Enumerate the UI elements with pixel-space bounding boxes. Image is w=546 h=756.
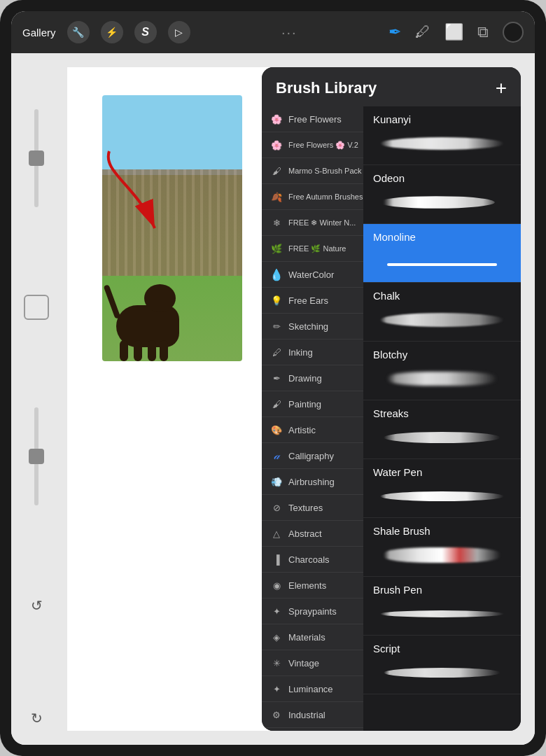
category-item-elements[interactable]: ◉ Elements bbox=[262, 573, 363, 598]
brush-item-streaks[interactable]: Streaks bbox=[363, 400, 521, 459]
layers-tool-icon[interactable]: ⧉ bbox=[477, 23, 489, 41]
brush-name-odeon: Odeon bbox=[373, 172, 511, 184]
arrow-icon[interactable]: ▷ bbox=[168, 21, 190, 43]
category-label-winter: FREE ❄ Winter N... bbox=[288, 218, 356, 227]
dog-leg-1 bbox=[120, 340, 128, 361]
brush-stroke-script bbox=[373, 659, 511, 687]
brush-stroke-blotchy bbox=[373, 365, 511, 393]
winter-icon: ❄ bbox=[270, 216, 283, 229]
category-label-inking: Inking bbox=[288, 347, 313, 358]
pen-tool-icon[interactable]: ✒ bbox=[388, 23, 401, 41]
category-item-charcoals[interactable]: ▐ Charcoals bbox=[262, 547, 363, 573]
brush-stroke-monoline bbox=[373, 247, 511, 275]
category-label-textures: Textures bbox=[288, 503, 323, 513]
free-flowers-icon: 🌸 bbox=[270, 113, 283, 125]
stroke-shape-brush-pen bbox=[380, 610, 504, 617]
opacity-thumb[interactable] bbox=[29, 449, 44, 464]
category-label-free-flowers-v2: Free Flowers 🌸 V.2 bbox=[288, 141, 358, 150]
top-bar-left: Gallery 🔧 ⚡ S ▷ bbox=[22, 21, 190, 43]
brush-item-script[interactable]: Script bbox=[363, 636, 521, 694]
category-item-drawing[interactable]: ✒ Drawing bbox=[262, 365, 363, 391]
free-flowers-v2-icon: 🌸 bbox=[270, 139, 283, 151]
category-item-free-flowers[interactable]: 🌸 Free Flowers bbox=[262, 106, 363, 132]
category-item-winter[interactable]: ❄ FREE ❄ Winter N... bbox=[262, 210, 363, 236]
style-icon[interactable]: S bbox=[134, 21, 157, 43]
category-item-sketching[interactable]: ✏ Sketching bbox=[262, 314, 363, 340]
brush-size-slider[interactable] bbox=[34, 109, 38, 207]
brush-item-chalk[interactable]: Chalk bbox=[363, 283, 521, 342]
dog-head bbox=[144, 284, 176, 312]
category-label-free-ears: Free Ears bbox=[288, 295, 328, 306]
category-item-abstract[interactable]: △ Abstract bbox=[262, 521, 363, 547]
nature-icon: 🌿 bbox=[270, 242, 283, 255]
category-item-free-ears[interactable]: 💡 Free Ears bbox=[262, 288, 363, 314]
brush-item-water-pen[interactable]: Water Pen bbox=[363, 459, 521, 518]
category-label-artistic: Artistic bbox=[288, 425, 316, 435]
category-item-marmo[interactable]: 🖌 Marmo S-Brush Pack bbox=[262, 158, 363, 184]
category-label-free-flowers: Free Flowers bbox=[288, 114, 342, 125]
arrow-annotation bbox=[95, 144, 179, 242]
category-item-nature[interactable]: 🌿 FREE 🌿 Nature bbox=[262, 236, 363, 262]
category-item-calligraphy[interactable]: 𝒶 Calligraphy bbox=[262, 443, 363, 469]
brush-item-shale-brush[interactable]: Shale Brush bbox=[363, 518, 521, 577]
dog-tail bbox=[104, 284, 121, 319]
category-label-vintage: Vintage bbox=[288, 658, 319, 668]
brush-name-script: Script bbox=[373, 643, 511, 654]
brush-size-thumb[interactable] bbox=[29, 150, 44, 166]
stroke-shape-shale-brush bbox=[384, 547, 500, 563]
ipad-frame: Gallery 🔧 ⚡ S ▷ ··· ✒ 🖊 ⬜ ⧉ bbox=[0, 0, 546, 756]
redo-button[interactable]: ↻ bbox=[24, 706, 49, 731]
category-label-nature: FREE 🌿 Nature bbox=[288, 244, 346, 253]
opacity-slider[interactable] bbox=[34, 407, 38, 505]
dog-leg-2 bbox=[134, 340, 142, 361]
category-item-airbrushing[interactable]: 💨 Airbrushing bbox=[262, 469, 363, 495]
category-label-abstract: Abstract bbox=[288, 528, 322, 539]
brush-item-monoline[interactable]: Monoline bbox=[363, 224, 521, 283]
category-item-artistic[interactable]: 🎨 Artistic bbox=[262, 417, 363, 443]
add-brush-button[interactable]: + bbox=[496, 78, 507, 98]
brush-name-streaks: Streaks bbox=[373, 407, 511, 419]
category-item-textures[interactable]: ⊘ Textures bbox=[262, 495, 363, 521]
brush-item-brush-pen[interactable]: Brush Pen bbox=[363, 577, 521, 636]
stroke-shape-streaks bbox=[384, 432, 500, 443]
gallery-button[interactable]: Gallery bbox=[22, 27, 56, 38]
brush-item-kunanyi[interactable]: Kunanyi bbox=[363, 106, 521, 165]
category-item-luminance[interactable]: ✦ Luminance bbox=[262, 676, 363, 702]
color-picker[interactable] bbox=[503, 22, 524, 43]
brush-content: 🌸 Free Flowers 🌸 Free Flowers 🌸 V.2 🖌 Ma… bbox=[262, 106, 521, 731]
category-item-materials[interactable]: ◈ Materials bbox=[262, 624, 363, 650]
brush-name-kunanyi: Kunanyi bbox=[373, 113, 511, 125]
category-label-watercolor: WaterColor bbox=[288, 270, 334, 280]
category-item-inking[interactable]: 🖊 Inking bbox=[262, 340, 363, 365]
brush-library-title: Brush Library bbox=[276, 79, 377, 97]
brush-name-blotchy: Blotchy bbox=[373, 349, 511, 360]
brush-stroke-kunanyi bbox=[373, 130, 511, 158]
watercolor-icon: 💧 bbox=[270, 268, 283, 281]
brush-item-odeon[interactable]: Odeon bbox=[363, 165, 521, 224]
materials-icon: ◈ bbox=[270, 631, 283, 643]
brush-item-blotchy[interactable]: Blotchy bbox=[363, 342, 521, 400]
square-button[interactable] bbox=[24, 295, 49, 320]
ink-tool-icon[interactable]: 🖊 bbox=[415, 23, 430, 41]
category-label-materials: Materials bbox=[288, 632, 326, 643]
category-item-industrial[interactable]: ⚙ Industrial bbox=[262, 702, 363, 728]
stroke-shape-monoline bbox=[387, 263, 498, 266]
undo-button[interactable]: ↺ bbox=[24, 593, 49, 618]
category-item-painting[interactable]: 🖌 Painting bbox=[262, 391, 363, 417]
category-item-autumn[interactable]: 🍂 Free Autumn Brushes... bbox=[262, 184, 363, 210]
adjust-icon[interactable]: ⚡ bbox=[101, 21, 123, 43]
top-bar-right: ✒ 🖊 ⬜ ⧉ bbox=[388, 22, 524, 43]
eraser-tool-icon[interactable]: ⬜ bbox=[444, 23, 463, 41]
wrench-icon[interactable]: 🔧 bbox=[67, 21, 90, 43]
dog-leg-3 bbox=[148, 340, 156, 361]
free-ears-icon: 💡 bbox=[270, 294, 283, 307]
category-item-vintage[interactable]: ✳ Vintage bbox=[262, 650, 363, 676]
category-label-luminance: Luminance bbox=[288, 684, 333, 694]
category-item-watercolor[interactable]: 💧 WaterColor bbox=[262, 262, 363, 288]
category-label-painting: Painting bbox=[288, 399, 321, 410]
category-item-free-flowers-v2[interactable]: 🌸 Free Flowers 🌸 V.2 bbox=[262, 132, 363, 158]
stroke-shape-kunanyi bbox=[380, 137, 504, 150]
category-item-organic[interactable]: 🌿 Organic bbox=[262, 728, 363, 731]
category-item-spraypaints[interactable]: ✦ Spraypaints bbox=[262, 598, 363, 624]
brush-stroke-shale-brush bbox=[373, 541, 511, 569]
